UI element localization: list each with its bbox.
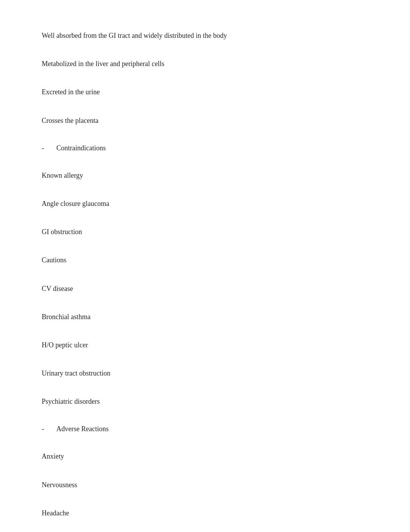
- bronchial-asthma: Bronchial asthma: [42, 312, 368, 322]
- contraindications-header-label: Contraindications: [56, 144, 106, 152]
- nervousness: Nervousness: [42, 480, 368, 490]
- adverse-header: -Adverse Reactions: [42, 425, 368, 433]
- cv-disease: CV disease: [42, 284, 368, 294]
- known-allergy: Known allergy: [42, 171, 368, 180]
- placenta: Crosses the placenta: [42, 116, 368, 126]
- excretion: Excreted in the urine: [42, 87, 368, 97]
- gi-obstruction: GI obstruction: [42, 227, 368, 237]
- metabolism: Metabolized in the liver and peripheral …: [42, 59, 368, 69]
- contraindications-header-dash: -: [42, 144, 44, 152]
- adverse-header-label: Adverse Reactions: [56, 425, 108, 433]
- contraindications-header: -Contraindications: [42, 144, 368, 152]
- urinary-obstruction: Urinary tract obstruction: [42, 369, 368, 378]
- headache: Headache: [42, 508, 368, 518]
- absorption: Well absorbed from the GI tract and wide…: [42, 31, 368, 41]
- psychiatric: Psychiatric disorders: [42, 397, 368, 406]
- cautions: Cautions: [42, 255, 368, 265]
- main-content: Well absorbed from the GI tract and wide…: [0, 0, 410, 532]
- adverse-header-dash: -: [42, 425, 44, 433]
- peptic-ulcer: H/O peptic ulcer: [42, 340, 368, 350]
- angle-closure: Angle closure glaucoma: [42, 199, 368, 209]
- anxiety: Anxiety: [42, 452, 368, 461]
